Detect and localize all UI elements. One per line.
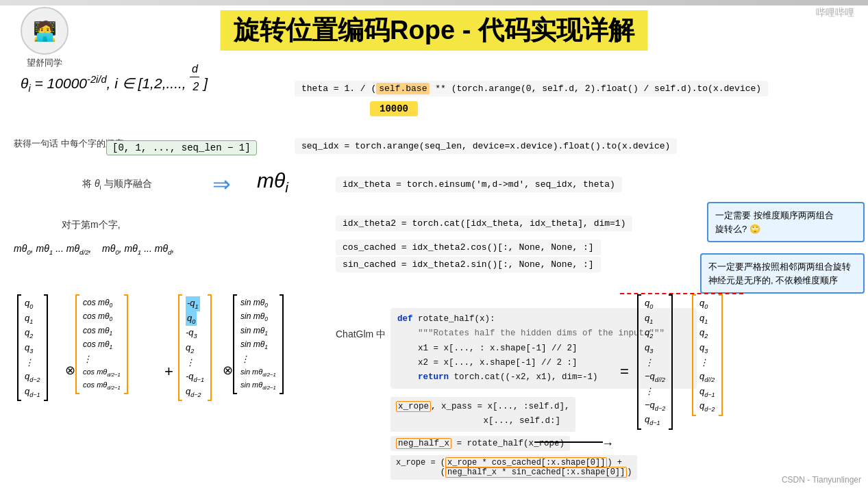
code-xrope-final: x_rope = (x_rope * cos_cached[:x.shape[0…: [390, 455, 637, 480]
avatar-area: 🧑‍💻 望舒同学: [21, 7, 69, 69]
red-dashed-line: [620, 293, 743, 294]
highlight-base: self.base: [376, 83, 430, 94]
watermark-top-right: 哔哩哔哩: [816, 7, 854, 19]
matrix-sin: sin mθ0 sin mθ0 sin mθ1 sin mθ1 ⋮ sin mθ…: [233, 294, 284, 394]
avatar: 🧑‍💻: [21, 7, 69, 55]
code-sin: sin_cached = idx_theta2.sin()[:, None, N…: [336, 257, 601, 272]
arrow-head: →: [602, 437, 614, 451]
code-cat: idx_theta2 = torch.cat([idx_theta, idx_t…: [336, 216, 632, 231]
page-title: 旋转位置编码Rope - 代码实现详解: [220, 10, 648, 51]
code-seq: seq_idx = torch.arange(seq_len, device=x…: [295, 138, 677, 154]
seq-box: [0, 1, ..., seq_len − 1]: [106, 140, 257, 155]
code-combine: idx_theta = torch.einsum('m,d->md', seq_…: [336, 177, 622, 192]
code-cos: cos_cached = idx_theta2.cos()[:, None, N…: [336, 240, 601, 255]
annotation-box-1: 一定需要 按维度顺序两两组合 旋转么? 🙄: [707, 202, 865, 242]
m-theta-symbol: mθi: [257, 169, 288, 196]
watermark-bottom: CSDN - Tianyunlinger: [782, 475, 861, 485]
matrix-result-left: q0 q1 q2 q3 ⋮ −qd//2 ⋮ −qd−2 qd−1: [637, 294, 673, 430]
code-neghalf: neg_half_x = rotate_half(x_rope): [390, 436, 570, 451]
arrow-right: ⇒: [212, 171, 231, 197]
avatar-label: 望舒同学: [21, 57, 69, 69]
matrix-neg-q: -q1 q0 -q3 q2 ⋮ -qd−1 qd−2: [178, 294, 212, 401]
theta-formula: θi = 10000-2i/d, i ∈ [1,2,...., d 2 ]: [21, 74, 208, 94]
highlight-10000: 10000: [370, 101, 418, 116]
tensor-mult-1: ⊗: [65, 363, 75, 378]
matrix-q-left: q0 q1 q2 q3 ⋮ qd−2 qd−1: [17, 294, 48, 401]
matrix-cos: cos mθ0 cos mθ0 cos mθ1 cos mθ1 ⋮ cos mθ…: [75, 294, 128, 394]
plus-sign-1: +: [164, 363, 173, 381]
combine-label: 将 θi 与顺序融合: [82, 178, 152, 191]
code-xrope-pass: x_rope, x_pass = x[..., :self.d], x[...,…: [390, 397, 575, 432]
tensor-mult-2: ⊗: [223, 363, 233, 378]
for-label: 对于第m个字,: [62, 219, 121, 231]
top-bar: [0, 0, 868, 5]
matrix-formula-line: mθ0, mθ1 ... mθd/2, mθ0, mθ1 ... mθd,: [14, 243, 174, 256]
arrow-line: [534, 441, 603, 443]
equals-sign: =: [620, 363, 629, 381]
slide: 🧑‍💻 望舒同学 旋转位置编码Rope - 代码实现详解 哔哩哔哩 θi = 1…: [0, 0, 868, 488]
chatglm-label: ChatGlm 中: [336, 329, 386, 341]
annotation-box-2: 不一定要严格按照相邻两两组合旋转 神经元是无序的, 不依赖维度顺序: [700, 253, 865, 294]
code-theta-line: theta = 1. / (self.base ** (torch.arange…: [295, 81, 768, 97]
matrix-result-right: q0 q1 q2 q3 ⋮ qd//2 qd−1 qd−2: [692, 294, 723, 416]
